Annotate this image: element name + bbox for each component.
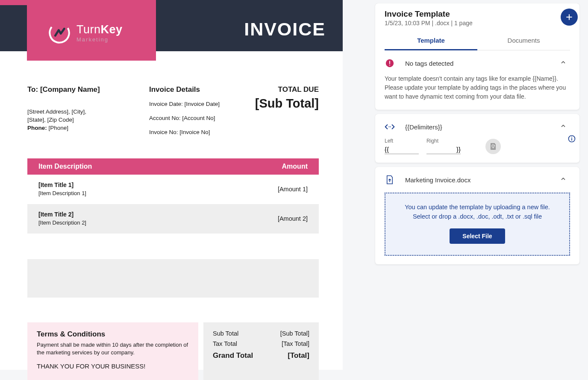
invoice-title: INVOICE — [244, 19, 326, 40]
svg-rect-6 — [492, 143, 494, 145]
grandtotal-value: [Total] — [288, 351, 309, 360]
warning-icon — [385, 58, 395, 68]
file-upload-icon — [385, 175, 395, 185]
plus-icon — [565, 13, 573, 21]
subtotal-value: [Sub Total] — [280, 330, 309, 337]
chevron-up-icon — [560, 175, 567, 182]
no-tags-body: Your template doesn't contain any tags l… — [385, 74, 570, 101]
save-delimiters-button[interactable] — [485, 139, 501, 154]
terms-thanks: THANK YOU FOR YOUR BUSINESS! — [37, 362, 189, 370]
logo-icon — [48, 22, 71, 44]
table-row: [Item Title 1] [Item Description 1] [Amo… — [27, 175, 319, 204]
panel-header-card: Invoice Template 1/5/23, 10:03 PM | .doc… — [375, 3, 579, 110]
terms-body: Payment shall be made within 10 days aft… — [37, 341, 189, 357]
file-name: Marketing Invoice.docx — [405, 176, 470, 184]
panel-meta: 1/5/23, 10:03 PM | .docx | 1 page — [385, 20, 570, 26]
upload-text-line1: You can update the template by uploading… — [393, 203, 562, 212]
item-desc: [Item Description 2] — [38, 219, 86, 226]
account-no: Account No: [Account No] — [149, 115, 243, 121]
items-header-row: Item Description Amount — [27, 158, 319, 175]
add-button[interactable] — [561, 9, 578, 26]
brand-name: TurnKey — [76, 23, 123, 36]
invoice-details-header: Invoice Details — [149, 85, 243, 94]
to-address-line1: [Street Address], [City], — [27, 108, 141, 115]
to-phone: Phone: [Phone] — [27, 125, 141, 131]
total-due-label: TOTAL DUE — [252, 85, 319, 94]
item-title: [Item Title 2] — [38, 211, 86, 218]
taxtotal-value: [Tax Total] — [282, 340, 309, 347]
brand-subtitle: Marketing — [76, 36, 123, 43]
left-delim-input[interactable] — [385, 145, 419, 154]
chevron-up-icon — [560, 59, 567, 66]
upload-text-line2: Select or drop a .docx, .doc, .odt, .txt… — [393, 212, 562, 222]
terms-box: Terms & Conditions Payment shall be made… — [27, 322, 198, 380]
save-icon — [489, 143, 497, 150]
terms-heading: Terms & Conditions — [37, 330, 189, 339]
logo-box: TurnKey Marketing — [27, 5, 156, 61]
delimiters-icon — [385, 122, 395, 132]
totals-box: Sub Total[Sub Total] Tax Total[Tax Total… — [203, 322, 319, 380]
document-preview: TurnKey Marketing INVOICE To: [Company N… — [0, 0, 343, 370]
file-card: Marketing Invoice.docx You can update th… — [375, 167, 579, 264]
total-due-value: [Sub Total] — [252, 96, 319, 111]
invoice-date: Invoice Date: [Invoice Date] — [149, 101, 243, 107]
svg-rect-2 — [389, 61, 390, 64]
blank-row — [27, 259, 319, 298]
collapse-toggle[interactable] — [560, 59, 567, 67]
col-description: Item Description — [38, 163, 92, 170]
item-amount: [Amount 2] — [278, 215, 308, 222]
collapse-toggle[interactable] — [560, 175, 567, 184]
to-header: To: [Company Name] — [27, 85, 141, 94]
item-amount: [Amount 1] — [278, 186, 308, 193]
delimiters-title: {{Delimiters}} — [405, 123, 442, 131]
grandtotal-label: Grand Total — [213, 351, 253, 360]
right-delim-label: Right — [426, 138, 461, 144]
svg-rect-3 — [389, 65, 390, 66]
svg-rect-9 — [571, 138, 572, 140]
tab-documents[interactable]: Documents — [477, 32, 570, 50]
right-delim-input[interactable] — [426, 145, 461, 154]
tab-template[interactable]: Template — [385, 32, 477, 50]
item-desc: [Item Description 1] — [38, 190, 86, 196]
table-row: [Item Title 2] [Item Description 2] [Amo… — [27, 204, 319, 234]
info-icon — [567, 134, 576, 143]
svg-rect-7 — [492, 147, 494, 149]
svg-rect-10 — [571, 137, 572, 137]
doc-header: TurnKey Marketing INVOICE — [0, 0, 343, 51]
panel-title: Invoice Template — [385, 9, 570, 19]
invoice-no: Invoice No: [Invoice No] — [149, 129, 243, 135]
subtotal-label: Sub Total — [213, 330, 238, 337]
select-file-button[interactable]: Select File — [450, 228, 505, 244]
svg-point-4 — [388, 126, 389, 127]
collapse-toggle[interactable] — [560, 123, 567, 131]
left-delim-label: Left — [385, 138, 419, 144]
no-tags-title: No tags detected — [405, 60, 453, 67]
item-title: [Item Title 1] — [38, 181, 86, 188]
to-address-line2: [State], [Zip Code] — [27, 117, 141, 123]
delimiters-card: {{Delimiters}} Left Right — [375, 114, 579, 163]
upload-dropzone[interactable]: You can update the template by uploading… — [385, 193, 570, 256]
svg-point-5 — [390, 126, 391, 127]
taxtotal-label: Tax Total — [213, 340, 237, 347]
info-button[interactable] — [567, 134, 576, 145]
chevron-up-icon — [560, 123, 567, 129]
col-amount: Amount — [282, 163, 308, 170]
accent-bar — [0, 0, 156, 5]
side-panel: Invoice Template 1/5/23, 10:03 PM | .doc… — [375, 0, 579, 380]
